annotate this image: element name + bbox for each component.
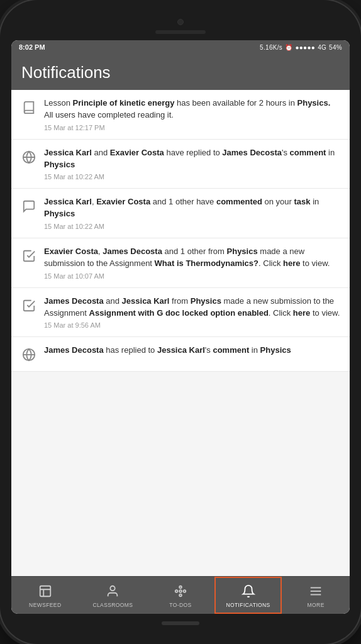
newsfeed-icon — [38, 584, 52, 600]
page-title: Notifications — [21, 63, 340, 82]
classrooms-icon — [106, 584, 119, 600]
notification-item[interactable]: Exavier Costa, James Decosta and 1 other… — [11, 238, 350, 288]
notification-text: James Decosta and Jessica Karl from Phys… — [44, 296, 341, 319]
notification-item[interactable]: Jessica Karl, Exavier Costa and 1 other … — [11, 189, 350, 238]
nav-label-notifications: NOTIFICATIONS — [226, 602, 270, 608]
phone-top-bar — [11, 19, 350, 40]
notification-content: Jessica Karl and Exavier Costa have repl… — [44, 147, 341, 181]
notification-text: Jessica Karl and Exavier Costa have repl… — [44, 147, 341, 171]
nav-label-todos: TO-DOS — [169, 602, 191, 608]
nav-label-newsfeed: NEWSFEED — [29, 602, 61, 608]
nav-item-newsfeed[interactable]: NEWSFEED — [11, 577, 79, 614]
notification-time: 15 Mar at 12:17 PM — [44, 124, 341, 131]
notification-content: James Decosta and Jessica Karl from Phys… — [44, 296, 341, 330]
checkmark-icon — [20, 297, 38, 314]
svg-rect-4 — [40, 586, 51, 596]
svg-point-7 — [111, 586, 115, 590]
alarm-icon: ⏰ — [285, 44, 292, 51]
notifications-icon — [242, 584, 255, 600]
svg-point-8 — [179, 590, 182, 592]
phone-shell: 8:02 PM 5.16K/s ⏰ ●●●●● 4G 54% Notificat… — [0, 0, 361, 644]
notification-text: Lesson Principle of kinetic energy has b… — [44, 97, 341, 121]
comment-icon — [20, 197, 38, 215]
checkmark-icon — [20, 247, 38, 265]
notification-time: 15 Mar at 9:56 AM — [44, 321, 341, 329]
notification-item[interactable]: Lesson Principle of kinetic energy has b… — [11, 90, 350, 140]
svg-point-12 — [175, 590, 178, 592]
status-time: 8:02 PM — [19, 43, 45, 51]
notification-time: 15 Mar at 10:22 AM — [44, 173, 341, 180]
speaker — [155, 30, 206, 34]
globe-icon — [20, 148, 38, 166]
notification-content: James Decosta has replied to Jessica Kar… — [44, 345, 341, 357]
notification-item[interactable]: Jessica Karl and Exavier Costa have repl… — [11, 140, 350, 189]
notification-text: James Decosta has replied to Jessica Kar… — [44, 345, 341, 357]
nav-label-more: MORE — [308, 602, 325, 608]
notification-text: Jessica Karl, Exavier Costa and 1 other … — [44, 196, 341, 220]
nav-item-more[interactable]: MORE — [282, 577, 350, 614]
nav-label-classrooms: CLASSROOMS — [92, 602, 133, 608]
notification-content: Jessica Karl, Exavier Costa and 1 other … — [44, 196, 341, 230]
home-button — [162, 621, 199, 625]
notification-content: Exavier Costa, James Decosta and 1 other… — [44, 246, 341, 280]
svg-point-10 — [179, 594, 182, 596]
battery: 54% — [329, 44, 342, 51]
nav-item-todos[interactable]: TO-DOS — [147, 577, 214, 614]
notifications-list[interactable]: Lesson Principle of kinetic energy has b… — [11, 90, 350, 576]
globe-icon — [20, 346, 38, 364]
network-type: 4G — [318, 44, 326, 51]
notification-item[interactable]: James Decosta and Jessica Karl from Phys… — [11, 288, 350, 338]
status-right: 5.16K/s ⏰ ●●●●● 4G 54% — [260, 44, 342, 51]
notification-item[interactable]: James Decosta has replied to Jessica Kar… — [11, 337, 350, 372]
book-icon — [20, 99, 38, 116]
nav-item-notifications[interactable]: NOTIFICATIONS — [214, 577, 282, 614]
notification-text: Exavier Costa, James Decosta and 1 other… — [44, 246, 341, 270]
app-header: Notifications — [11, 54, 350, 90]
bottom-nav: NEWSFEED CLASSROOMS — [11, 576, 350, 614]
front-camera — [177, 19, 184, 25]
notification-time: 15 Mar at 10:22 AM — [44, 223, 341, 230]
signal-dots: ●●●●● — [295, 44, 315, 51]
todos-icon — [174, 584, 187, 600]
notification-time: 15 Mar at 10:07 AM — [44, 272, 341, 280]
data-speed: 5.16K/s — [260, 44, 282, 51]
status-bar: 8:02 PM 5.16K/s ⏰ ●●●●● 4G 54% — [11, 40, 350, 54]
nav-item-classrooms[interactable]: CLASSROOMS — [79, 577, 147, 614]
svg-point-11 — [184, 590, 186, 592]
more-icon — [309, 584, 323, 600]
notification-content: Lesson Principle of kinetic energy has b… — [44, 97, 341, 131]
svg-point-9 — [179, 586, 182, 588]
screen: 8:02 PM 5.16K/s ⏰ ●●●●● 4G 54% Notificat… — [11, 40, 350, 614]
